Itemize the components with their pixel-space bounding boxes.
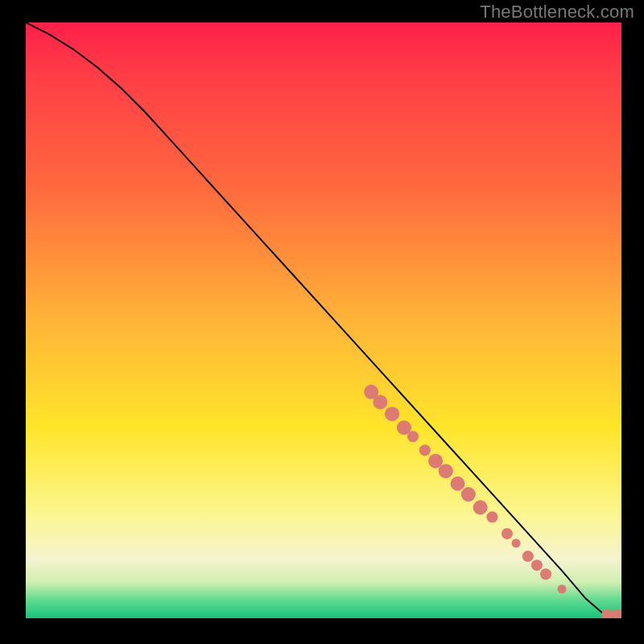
- data-point: [419, 444, 431, 456]
- data-point: [385, 407, 399, 421]
- chart-stage: TheBottleneck.com: [0, 0, 644, 644]
- data-point: [601, 609, 613, 618]
- data-point: [461, 487, 476, 502]
- data-point: [540, 568, 551, 580]
- points-layer: [26, 23, 621, 618]
- watermark-text: TheBottleneck.com: [480, 2, 634, 23]
- data-point: [558, 584, 567, 593]
- data-point: [522, 551, 534, 562]
- data-point: [473, 500, 488, 514]
- data-point: [531, 559, 543, 571]
- data-point: [612, 609, 621, 618]
- data-point: [373, 394, 387, 409]
- data-point: [439, 464, 453, 478]
- data-point: [451, 477, 465, 491]
- data-point: [512, 539, 521, 547]
- data-point: [502, 528, 513, 539]
- data-point: [486, 511, 497, 522]
- data-point: [407, 431, 419, 442]
- plot-area: [26, 23, 621, 618]
